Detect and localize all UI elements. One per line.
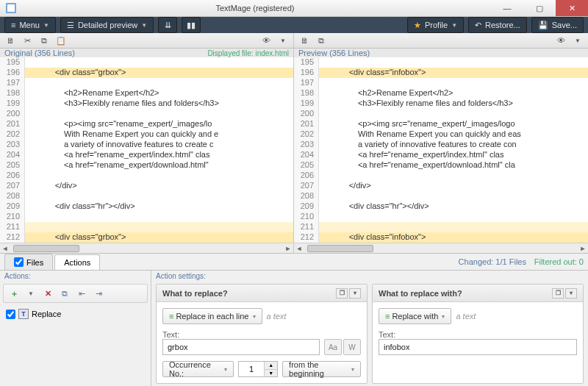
add-dropdown-icon[interactable]: ▼ xyxy=(24,286,38,301)
save-label: Save... xyxy=(552,21,577,29)
spin-down-icon[interactable]: ▼ xyxy=(264,370,277,377)
close-button[interactable]: ✕ xyxy=(556,0,588,16)
occurrence-dropdown[interactable]: Occurrence No.: ▾ xyxy=(162,361,234,377)
replace-with-hint: a text xyxy=(456,312,476,321)
toggle-down-button[interactable]: ⇊ xyxy=(158,17,177,33)
app-icon xyxy=(3,0,19,16)
from-direction-dropdown[interactable]: from the beginning ▾ xyxy=(282,361,361,377)
text-action-icon: T xyxy=(18,309,29,319)
whole-word-button[interactable]: W xyxy=(343,339,361,355)
chevron-down-icon: ▾ xyxy=(351,366,354,373)
star-icon: ★ xyxy=(414,21,421,30)
original-code-pane: 195196 <div class="grbox">197198 <h2>Ren… xyxy=(0,57,294,253)
minimize-button[interactable]: — xyxy=(491,0,523,16)
delete-action-button[interactable]: ✕ xyxy=(40,286,55,301)
filtered-status: Filtered out: 0 xyxy=(534,257,584,266)
chevron-down-icon: ▾ xyxy=(253,313,256,320)
replace-hint: a text xyxy=(267,312,287,321)
tab-files[interactable]: Files xyxy=(4,254,53,270)
copy-icon[interactable]: ⧉ xyxy=(37,33,51,48)
import-action-button[interactable]: ⇤ xyxy=(74,286,89,301)
replace-with-card: What to replace with? ❐▾ ≡ Replace with … xyxy=(372,284,584,384)
card-chevron-icon[interactable]: ▾ xyxy=(349,288,361,299)
replace-with-mode-dropdown[interactable]: ≡ Replace with ▾ xyxy=(379,308,451,324)
copy-icon[interactable]: ⧉ xyxy=(314,33,329,48)
chevron-down-icon: ▼ xyxy=(141,22,147,29)
tab-bar: Files Actions Changed: 1/1 Files Filtere… xyxy=(0,254,588,271)
preview-code-pane: 195196 <div class="infobox">197198 <h2>R… xyxy=(294,57,588,253)
replace-mode-label: Replace in each line xyxy=(176,312,248,321)
action-enabled-checkbox[interactable] xyxy=(6,310,15,319)
preview-code-body[interactable]: 195196 <div class="infobox">197198 <h2>R… xyxy=(294,57,588,243)
duplicate-action-button[interactable]: ⧉ xyxy=(57,286,72,301)
menu-button[interactable]: ≡ Menu ▼ xyxy=(4,17,56,33)
replace-mode-dropdown[interactable]: ≡ Replace in each line ▾ xyxy=(162,308,262,324)
chevron-down-icon: ▼ xyxy=(451,22,457,29)
action-item-label: Replace xyxy=(32,310,61,318)
settings-column: Action settings: What to replace? ❐▾ ≡ R… xyxy=(151,271,588,386)
chevron-down-icon[interactable]: ▼ xyxy=(570,33,585,48)
search-text-input[interactable] xyxy=(162,339,320,355)
displayed-file-label: Displayed file: index.html xyxy=(207,49,289,57)
doc-icon[interactable]: 🗎 xyxy=(3,33,18,48)
add-action-button[interactable]: ＋ xyxy=(7,286,21,301)
original-code-body[interactable]: 195196 <div class="grbox">197198 <h2>Ren… xyxy=(0,57,293,243)
chevron-down-icon: ▼ xyxy=(43,22,49,29)
svg-rect-1 xyxy=(7,4,15,12)
cut-icon[interactable]: ✂ xyxy=(20,33,35,48)
preview-mode-label: Detailed preview xyxy=(78,21,137,29)
list-icon: ☰ xyxy=(67,21,74,30)
actions-toolbar: ＋ ▼ ✕ ⧉ ⇤ ⇥ xyxy=(3,284,148,303)
find-icon[interactable]: 👁 xyxy=(259,33,273,48)
chevron-double-down-icon: ⇊ xyxy=(165,21,171,30)
tab-actions-label: Actions xyxy=(64,258,90,267)
paste-icon[interactable]: 📋 xyxy=(54,33,68,48)
original-hscrollbar[interactable]: ◄► xyxy=(0,243,293,253)
occurrence-spinner[interactable]: ▲▼ xyxy=(238,361,278,377)
preview-hscrollbar[interactable]: ◄► xyxy=(294,243,588,253)
chevron-down-icon[interactable]: ▼ xyxy=(276,33,290,48)
find-icon[interactable]: 👁 xyxy=(553,33,568,48)
chevron-down-icon: ▾ xyxy=(224,366,227,373)
lines-icon: ≡ xyxy=(169,312,172,321)
split-view-button[interactable]: ▮▮ xyxy=(182,17,201,33)
text-label: Text: xyxy=(379,330,577,339)
chevron-down-icon: ▾ xyxy=(442,313,445,320)
export-action-button[interactable]: ⇥ xyxy=(91,286,106,301)
card-window-icon[interactable]: ❐ xyxy=(336,288,348,299)
preview-mode-button[interactable]: ☰ Detailed preview ▼ xyxy=(60,17,154,33)
card-right-title: What to replace with? xyxy=(379,289,462,298)
replace-text-input[interactable] xyxy=(379,339,577,355)
case-sensitive-button[interactable]: Aa xyxy=(324,339,342,355)
restore-label: Restore... xyxy=(485,21,520,29)
actions-header: Actions: xyxy=(0,271,151,284)
what-to-replace-card: What to replace? ❐▾ ≡ Replace in each li… xyxy=(156,284,368,384)
secondary-toolbar: 🗎 ✂ ⧉ 📋 👁 ▼ 🗎 ⧉ 👁 ▼ xyxy=(0,33,588,49)
menu-label: Menu xyxy=(19,21,40,29)
save-button[interactable]: 💾 Save... xyxy=(531,17,584,33)
restore-button[interactable]: ↶ Restore... xyxy=(468,17,527,33)
action-item-replace[interactable]: T Replace xyxy=(4,307,146,321)
card-left-title: What to replace? xyxy=(162,289,228,298)
profile-button[interactable]: ★ Profile ▼ xyxy=(407,17,464,33)
preview-pane-title: Preview (356 Lines) xyxy=(298,49,370,57)
columns-icon: ▮▮ xyxy=(187,21,196,30)
titlebar: TextMage (registered) — ▢ ✕ xyxy=(0,0,588,17)
maximize-button[interactable]: ▢ xyxy=(523,0,556,16)
files-checkbox[interactable] xyxy=(14,257,24,267)
spin-up-icon[interactable]: ▲ xyxy=(264,362,277,370)
card-chevron-icon[interactable]: ▾ xyxy=(565,288,577,299)
tab-actions[interactable]: Actions xyxy=(54,254,100,270)
doc-icon[interactable]: 🗎 xyxy=(297,33,312,48)
original-pane-title: Original (356 Lines) xyxy=(4,49,75,57)
restore-icon: ↶ xyxy=(475,21,481,30)
hamburger-icon: ≡ xyxy=(11,21,15,29)
lines-icon: ≡ xyxy=(385,312,388,321)
lower-area: Actions: ＋ ▼ ✕ ⧉ ⇤ ⇥ T Replace ⇤ ↑ ↓ ⇥ ⇤… xyxy=(0,271,588,386)
from-direction-label: from the beginning xyxy=(289,360,348,378)
card-window-icon[interactable]: ❐ xyxy=(552,288,564,299)
settings-header: Action settings: xyxy=(151,271,588,284)
pane-header-bar: Original (356 Lines) Displayed file: ind… xyxy=(0,49,588,57)
occurrence-value[interactable] xyxy=(239,362,264,376)
replace-with-mode-label: Replace with xyxy=(392,312,438,321)
